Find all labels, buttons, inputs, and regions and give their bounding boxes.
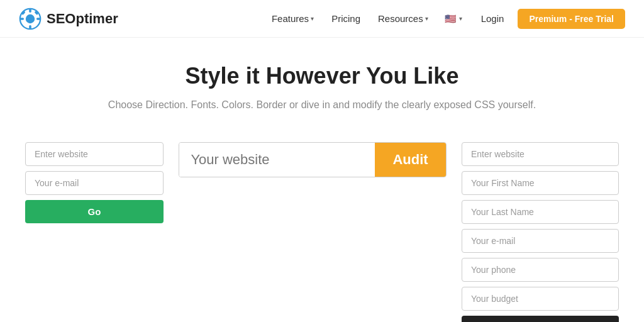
widgets-row: Go Audit Review My Site! bbox=[13, 142, 631, 322]
svg-rect-2 bbox=[29, 8, 31, 12]
review-button[interactable]: Review My Site! bbox=[462, 316, 619, 322]
logo-icon bbox=[19, 8, 42, 30]
right-phone-input[interactable] bbox=[462, 258, 619, 282]
svg-rect-5 bbox=[36, 18, 40, 20]
logo[interactable]: SEOptimer bbox=[19, 8, 118, 30]
nav-pricing[interactable]: Pricing bbox=[325, 9, 367, 28]
left-website-input[interactable] bbox=[25, 142, 164, 166]
right-lastname-input[interactable] bbox=[462, 200, 619, 224]
main-content: Style it However You Like Choose Directi… bbox=[0, 38, 644, 322]
premium-button[interactable]: Premium - Free Trial bbox=[518, 9, 625, 29]
go-button[interactable]: Go bbox=[25, 200, 164, 223]
left-email-input[interactable] bbox=[25, 171, 164, 195]
right-firstname-input[interactable] bbox=[462, 171, 619, 195]
language-selector[interactable]: 🇺🇸 ▾ bbox=[440, 11, 467, 27]
center-website-input[interactable] bbox=[179, 143, 375, 177]
svg-point-1 bbox=[26, 14, 35, 23]
login-button[interactable]: Login bbox=[472, 9, 513, 28]
logo-text: SEOptimer bbox=[47, 11, 118, 27]
svg-rect-3 bbox=[29, 25, 31, 28]
header: SEOptimer Features ▾ Pricing Resources ▾… bbox=[0, 0, 644, 38]
nav-features[interactable]: Features ▾ bbox=[265, 9, 320, 28]
svg-rect-4 bbox=[20, 18, 24, 20]
widget-right: Review My Site! bbox=[462, 142, 619, 322]
right-email-input[interactable] bbox=[462, 229, 619, 253]
main-nav: Features ▾ Pricing Resources ▾ 🇺🇸 ▾ Logi… bbox=[265, 9, 625, 29]
center-form: Audit bbox=[179, 142, 446, 177]
flag-icon: 🇺🇸 bbox=[445, 13, 457, 25]
right-website-input[interactable] bbox=[462, 142, 619, 166]
page-subheadline: Choose Direction. Fonts. Colors. Border … bbox=[13, 99, 631, 111]
nav-resources[interactable]: Resources ▾ bbox=[372, 9, 435, 28]
right-budget-input[interactable] bbox=[462, 287, 619, 311]
flag-chevron-icon: ▾ bbox=[459, 15, 462, 22]
audit-button[interactable]: Audit bbox=[375, 143, 445, 177]
widget-left: Go bbox=[25, 142, 164, 223]
page-headline: Style it However You Like bbox=[13, 63, 631, 89]
widget-center: Audit bbox=[176, 142, 449, 177]
svg-rect-6 bbox=[21, 11, 26, 15]
resources-chevron-icon: ▾ bbox=[425, 15, 428, 22]
features-chevron-icon: ▾ bbox=[311, 15, 314, 22]
